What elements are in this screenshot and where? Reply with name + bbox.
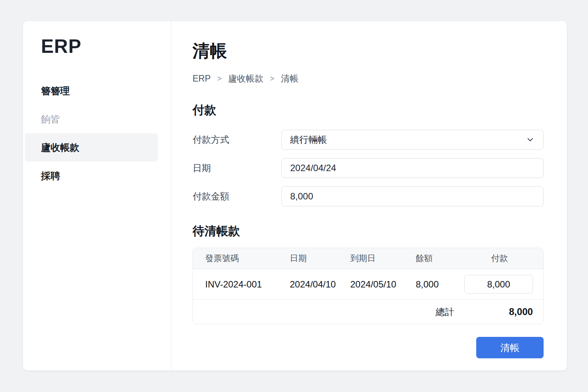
col-header-due-date: 到期日 [350,253,416,264]
payment-method-row: 付款方式 繢行輛帳 [193,130,544,150]
breadcrumb: ERP > 廬收帳款 > 清帳 [193,73,544,85]
table-row: INV-2024-001 2024/04/10 2024/05/10 8,000 [193,269,543,300]
sidebar-nav: 簪簪理 餉皆 廬收帳款 採聘 [23,77,171,190]
sidebar-item-accounts-receivable[interactable]: 廬收帳款 [25,133,158,162]
payment-section: 付款 付款方式 繢行輛帳 日期 付款金額 [193,102,544,206]
sidebar-item-procurement[interactable]: 採聘 [23,162,171,190]
chevron-down-icon [526,135,535,144]
main-content: 清帳 ERP > 廬收帳款 > 清帳 付款 付款方式 繢行輛帳 日期 [171,21,567,371]
payment-form: 付款方式 繢行輛帳 日期 付款金額 [193,130,544,206]
payment-amount-input[interactable] [290,191,535,202]
col-header-payment: 付款 [464,253,543,264]
sidebar-item-sales[interactable]: 餉皆 [23,105,171,133]
total-value: 8,000 [454,306,543,317]
cell-balance: 8,000 [416,279,464,290]
pending-section-title: 待清帳款 [193,223,544,239]
app-window: ERP 簪簪理 餉皆 廬收帳款 採聘 清帳 ERP > 廬收帳款 > 清帳 [23,21,567,371]
col-header-balance: 餘額 [416,253,464,264]
payment-date-input[interactable] [290,163,535,173]
total-label: 總計 [436,306,454,318]
payment-section-title: 付款 [193,102,544,118]
payment-method-value: 繢行輛帳 [290,134,327,146]
payment-date-label: 日期 [193,162,281,174]
payment-amount-control [281,186,544,206]
payment-method-label: 付款方式 [193,134,281,146]
cell-date: 2024/04/10 [290,279,350,290]
invoice-table-footer: 總計 8,000 [193,300,543,324]
pending-invoices-section: 待清帳款 發票號碼 日期 到期日 餘額 付款 INV-2024-001 2024… [193,223,544,324]
cell-due-date: 2024/05/10 [350,279,416,290]
payment-method-select[interactable]: 繢行輛帳 [281,130,544,150]
app-logo: ERP [41,35,171,57]
sidebar-item-management[interactable]: 簪簪理 [23,77,171,105]
invoice-table: 發票號碼 日期 到期日 餘額 付款 INV-2024-001 2024/04/1… [193,248,544,324]
cell-invoice-no: INV-2024-001 [193,279,290,290]
page-title: 清帳 [193,39,544,62]
sidebar-item-label: 簪簪理 [41,85,70,97]
settle-button[interactable]: 清帳 [476,337,544,358]
col-header-invoice-no: 發票號碼 [193,253,290,264]
breadcrumb-item-current: 清帳 [281,73,299,85]
breadcrumb-item-erp[interactable]: ERP [193,74,211,84]
col-header-date: 日期 [290,253,350,264]
sidebar-item-label: 餉皆 [41,113,60,126]
invoice-table-header: 發票號碼 日期 到期日 餘額 付款 [193,248,543,269]
payment-date-control [281,158,544,178]
sidebar-item-label: 採聘 [41,170,60,182]
breadcrumb-separator: > [270,74,274,83]
payment-date-row: 日期 [193,158,544,178]
payment-amount-row: 付款金額 [193,186,544,206]
action-row: 清帳 [193,337,544,358]
sidebar-item-label: 廬收帳款 [41,141,79,154]
breadcrumb-item-accounts-receivable[interactable]: 廬收帳款 [228,73,263,85]
sidebar: ERP 簪簪理 餉皆 廬收帳款 採聘 [23,21,171,371]
payment-amount-label: 付款金額 [193,190,281,203]
breadcrumb-separator: > [217,74,222,83]
row-payment-input[interactable] [464,275,533,294]
